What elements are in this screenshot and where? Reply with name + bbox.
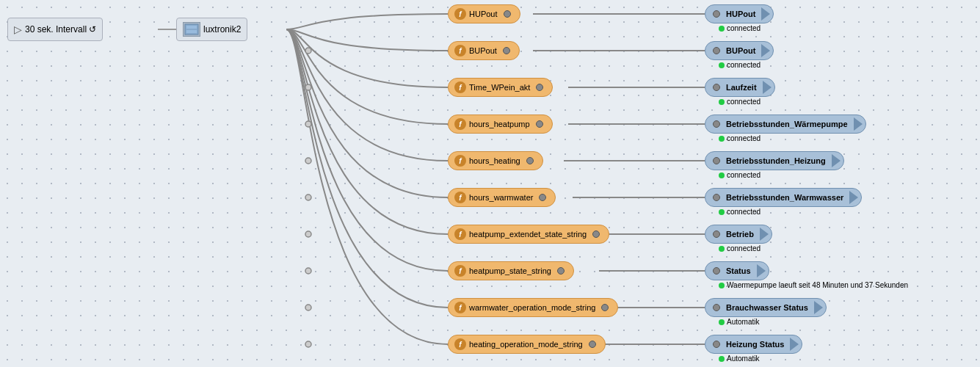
out-node-on2[interactable]: Laufzeit xyxy=(705,78,775,97)
out-arrow-icon xyxy=(763,81,772,94)
out-in-port xyxy=(713,267,720,275)
out-label: Betrieb xyxy=(726,230,754,239)
svg-point-4 xyxy=(305,195,311,200)
status-line-st8: Automatik xyxy=(719,318,759,326)
out-label: Heizung Status xyxy=(726,340,784,349)
func-out-port xyxy=(539,194,546,201)
out-node-on4[interactable]: Betriebsstunden_Heizung xyxy=(705,151,844,170)
func-icon: f xyxy=(454,302,466,313)
func-label: hours_heatpump xyxy=(469,120,530,128)
func-node-fn6[interactable]: f heatpump_extendet_state_string xyxy=(448,225,609,244)
func-label: Time_WPein_akt xyxy=(469,83,530,92)
func-icon: f xyxy=(454,81,466,93)
out-label: Laufzeit xyxy=(726,83,757,92)
status-dot xyxy=(719,246,725,252)
status-text: connected xyxy=(727,208,761,216)
out-in-port xyxy=(713,230,720,238)
func-out-port xyxy=(589,341,596,348)
out-label: Betriebsstunden_Wärmepumpe xyxy=(726,120,848,128)
func-node-fn8[interactable]: f warmwater_operation_mode_string xyxy=(448,298,618,317)
func-node-fn1[interactable]: f BUPout xyxy=(448,41,520,60)
func-icon: f xyxy=(454,155,466,167)
out-label: HUPout xyxy=(726,10,755,18)
out-label: BUPout xyxy=(726,46,755,55)
status-line-st5: connected xyxy=(719,208,761,216)
out-arrow-icon xyxy=(849,191,858,204)
func-node-fn2[interactable]: f Time_WPein_akt xyxy=(448,78,553,97)
status-line-st4: connected xyxy=(719,171,761,179)
status-dot xyxy=(719,319,725,325)
svg-point-7 xyxy=(305,305,311,310)
out-node-on3[interactable]: Betriebsstunden_Wärmepumpe xyxy=(705,115,866,134)
func-out-port xyxy=(503,47,510,54)
out-label: Betriebsstunden_Warmwasser xyxy=(726,193,843,202)
func-label: BUPout xyxy=(469,46,497,55)
func-node-fn4[interactable]: f hours_heating xyxy=(448,151,543,170)
out-in-port xyxy=(713,157,720,164)
svg-rect-10 xyxy=(186,26,197,29)
func-node-fn9[interactable]: f heating_operation_mode_string xyxy=(448,335,606,354)
status-text: connected xyxy=(727,244,761,252)
status-line-st3: connected xyxy=(719,134,761,142)
luxtronik-label: luxtronik2 xyxy=(203,24,241,34)
out-node-on9[interactable]: Heizung Status xyxy=(705,335,802,354)
svg-point-5 xyxy=(305,231,311,237)
out-label: Status xyxy=(726,266,751,275)
out-node-on8[interactable]: Brauchwasser Status xyxy=(705,298,827,317)
status-line-st7: Waermepumpe laeuft seit 48 Minuten und 3… xyxy=(719,281,908,289)
func-label: hours_heating xyxy=(469,156,520,165)
luxtronik-icon xyxy=(183,22,200,37)
out-in-port xyxy=(713,304,720,311)
func-label: heating_operation_mode_string xyxy=(469,340,583,349)
out-node-on0[interactable]: HUPout xyxy=(705,4,774,23)
func-icon: f xyxy=(454,338,466,350)
func-label: warmwater_operation_mode_string xyxy=(469,303,595,312)
out-arrow-icon xyxy=(760,228,769,241)
status-text: Automatik xyxy=(727,355,759,363)
func-out-port xyxy=(601,304,609,311)
status-line-st6: connected xyxy=(719,244,761,252)
func-icon: f xyxy=(454,192,466,203)
out-arrow-icon xyxy=(761,44,770,57)
out-node-on6[interactable]: Betrieb xyxy=(705,225,772,244)
svg-rect-11 xyxy=(186,30,197,33)
status-text: connected xyxy=(727,134,761,142)
interval-node[interactable]: ▷ 30 sek. Intervall ↺ xyxy=(7,18,103,41)
status-dot xyxy=(719,99,725,105)
func-node-fn5[interactable]: f hours_warmwater xyxy=(448,188,556,207)
status-text: connected xyxy=(727,98,761,106)
luxtronik-node[interactable]: luxtronik2 xyxy=(176,18,247,41)
func-out-port xyxy=(526,157,534,164)
svg-point-3 xyxy=(305,158,311,164)
func-icon: f xyxy=(454,265,466,277)
out-in-port xyxy=(713,194,720,201)
status-line-st9: Automatik xyxy=(719,355,759,363)
out-label: Betriebsstunden_Heizung xyxy=(726,156,826,165)
status-text: Waermepumpe laeuft seit 48 Minuten und 3… xyxy=(727,281,908,289)
status-text: connected xyxy=(727,171,761,179)
func-node-fn3[interactable]: f hours_heatpump xyxy=(448,115,553,134)
func-node-fn7[interactable]: f heatpump_state_string xyxy=(448,261,574,280)
out-in-port xyxy=(713,120,720,128)
svg-point-0 xyxy=(305,48,311,54)
func-label: heatpump_extendet_state_string xyxy=(469,230,587,239)
func-label: HUPout xyxy=(469,10,498,18)
svg-point-8 xyxy=(305,341,311,347)
func-node-fn0[interactable]: f HUPout xyxy=(448,4,520,23)
svg-point-2 xyxy=(305,121,311,127)
status-dot xyxy=(719,209,725,215)
interval-label: 30 sek. Intervall ↺ xyxy=(25,24,96,34)
out-node-on5[interactable]: Betriebsstunden_Warmwasser xyxy=(705,188,862,207)
func-icon: f xyxy=(454,8,466,20)
out-in-port xyxy=(713,84,720,91)
out-node-on7[interactable]: Status xyxy=(705,261,769,280)
status-line-st0: connected xyxy=(719,24,761,32)
status-dot xyxy=(719,62,725,68)
status-dot xyxy=(719,283,725,288)
status-dot xyxy=(719,136,725,142)
out-in-port xyxy=(713,47,720,54)
out-in-port xyxy=(713,341,720,348)
out-node-on1[interactable]: BUPout xyxy=(705,41,774,60)
svg-point-6 xyxy=(305,268,311,274)
status-text: connected xyxy=(727,61,761,69)
